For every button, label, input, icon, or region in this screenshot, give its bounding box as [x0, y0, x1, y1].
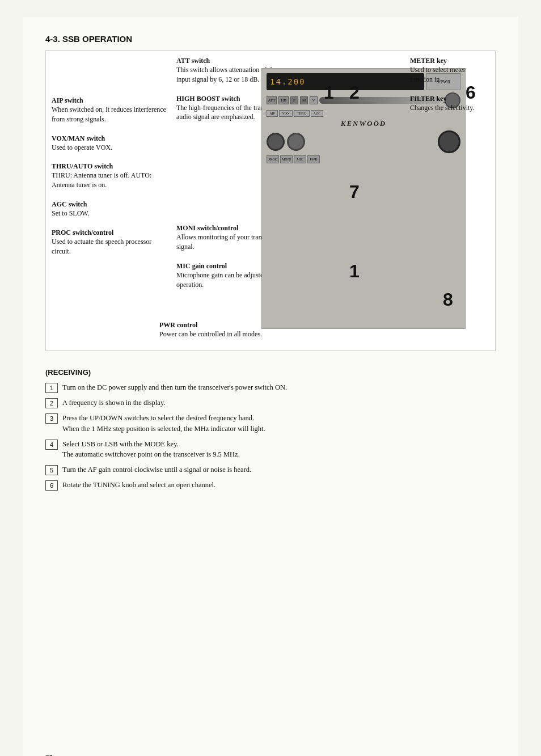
step-num-5: 5 [45, 465, 58, 475]
receiving-section: (RECEIVING) 1 Turn on the DC power suppl… [45, 368, 496, 491]
step-text-4: Select USB or LSB with the MODE key. The… [62, 439, 240, 461]
step-row-2: 2 A frequency is shown in the display. [45, 398, 496, 408]
page-number: 20 [45, 753, 53, 756]
thru-title: THRU/AUTO switch [52, 162, 171, 171]
receiving-title: (RECEIVING) [45, 368, 496, 377]
thru-block: THRU/AUTO switch THRU: Antenna tuner is … [52, 162, 171, 190]
step-row-6: 6 Rotate the TUNING knob and select an o… [45, 480, 496, 491]
step-text-5: Turn the AF gain control clockwise until… [62, 464, 251, 475]
meter-title: METER key [410, 57, 489, 65]
filter-block: FILTER key Changes the selectivity. [410, 95, 489, 113]
aip-block: AIP switch When switched on, it reduces … [52, 96, 171, 124]
step-text-2: A frequency is shown in the display. [62, 398, 165, 408]
proc-block: PROC switch/control Used to actuate the … [52, 229, 171, 256]
step-num-6: 6 [45, 480, 58, 491]
vox-block: VOX/MAN switch Used to operate VOX. [52, 134, 171, 153]
pwr-block: PWR control Power can be controlled in a… [159, 321, 264, 339]
vox-title: VOX/MAN switch [52, 134, 171, 143]
pwr-title: PWR control [159, 321, 264, 330]
filter-text: Changes the selectivity. [410, 103, 489, 113]
proc-text: Used to actuate the speech processor cir… [52, 237, 171, 256]
filter-title: FILTER key [410, 95, 489, 103]
step-num-2: 2 [45, 398, 58, 408]
step-num-4: 4 [45, 440, 58, 450]
pwr-text: Power can be controlled in all modes. [159, 330, 264, 339]
right-labels: METER key Used to select meter function … [410, 57, 489, 123]
thru-text: THRU: Antenna tuner is off. AUTO: Antenn… [52, 171, 171, 190]
callout-6: 6 [466, 82, 476, 103]
proc-title: PROC switch/control [52, 229, 171, 237]
callout-1-bottom: 1 [349, 261, 360, 282]
step-row-1: 1 Turn on the DC power supply and then t… [45, 382, 496, 393]
callout-1-top: 1 [324, 82, 334, 103]
diagram-area: AIP switch When switched on, it reduces … [45, 50, 496, 351]
aip-title: AIP switch [52, 96, 171, 105]
meter-block: METER key Used to select meter function … [410, 57, 489, 85]
step-text-3: Press the UP/DOWN switches to select the… [62, 413, 265, 434]
step-num-1: 1 [45, 383, 58, 393]
step-text-6: Rotate the TUNING knob and select an ope… [62, 480, 215, 491]
step-row-4: 4 Select USB or LSB with the MODE key. T… [45, 439, 496, 461]
callout-2: 2 [349, 82, 360, 103]
vox-text: Used to operate VOX. [52, 143, 171, 153]
page-container: 4-3. SSB OPERATION AIP switch When switc… [23, 17, 518, 756]
callout-7: 7 [349, 181, 360, 202]
meter-text: Used to select meter function in [410, 65, 489, 85]
att-title: ATT switch [176, 57, 290, 65]
left-labels: AIP switch When switched on, it reduces … [52, 57, 171, 266]
step-text-1: Turn on the DC power supply and then tur… [62, 382, 287, 393]
agc-block: AGC switch Set to SLOW. [52, 200, 171, 218]
step-num-3: 3 [45, 413, 58, 424]
section-title: 4-3. SSB OPERATION [45, 34, 496, 44]
aip-text: When switched on, it reduces interferenc… [52, 105, 171, 124]
agc-text: Set to SLOW. [52, 209, 171, 218]
step-row-3: 3 Press the UP/DOWN switches to select t… [45, 413, 496, 434]
agc-title: AGC switch [52, 200, 171, 209]
step-row-5: 5 Turn the AF gain control clockwise unt… [45, 464, 496, 475]
callout-8: 8 [443, 289, 453, 310]
